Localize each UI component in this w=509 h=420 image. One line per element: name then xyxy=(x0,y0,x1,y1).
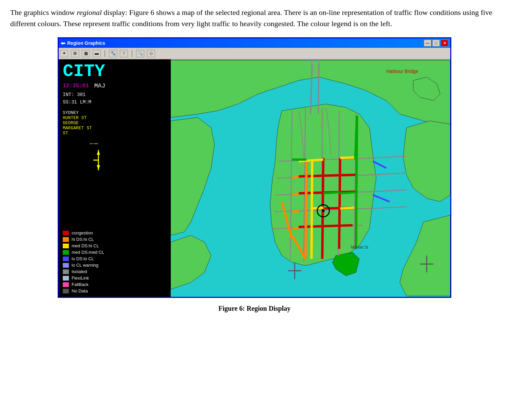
svg-line-27 xyxy=(299,175,358,176)
map-area: Harbour Bridge Market St xyxy=(171,59,450,297)
legend-color-congestion xyxy=(63,231,69,235)
legend-med-ds-hi-cl: med DS:hi CL xyxy=(63,243,167,248)
harbour-bridge-label: Harbour Bridge xyxy=(386,69,418,74)
sidebar: CITY 12:35:01 MAJ INT: 301 SS:31 LM:M SY… xyxy=(59,59,171,297)
legend-label-med-ds-med: med DS:med CL xyxy=(72,250,104,255)
description-text: The graphics window regional display: Fi… xyxy=(10,7,499,29)
legend-color-lo-ds xyxy=(63,256,69,261)
legend-color-med-ds-med xyxy=(63,250,69,255)
svg-line-40 xyxy=(340,208,354,208)
legend-med-ds-med-cl: med DS:med CL xyxy=(63,250,167,255)
time-value: 12:35:01 xyxy=(63,83,89,89)
legend-label-fallback: FallBack xyxy=(72,282,89,287)
street-4: ST xyxy=(63,131,167,136)
svg-line-33 xyxy=(292,193,299,195)
toolbar-separator-1 xyxy=(105,50,105,57)
svg-line-24 xyxy=(318,60,319,114)
location-name: SYDNEY xyxy=(63,110,167,115)
legend-no-data: No Data xyxy=(63,288,167,293)
content-area: CITY 12:35:01 MAJ INT: 301 SS:31 LM:M SY… xyxy=(59,59,450,297)
time-row: 12:35:01 MAJ xyxy=(63,82,167,89)
arrow-cross-icon xyxy=(93,150,103,170)
legend-isolated: Isolated xyxy=(63,269,167,274)
legend-fallback: FallBack xyxy=(63,282,167,287)
svg-line-26 xyxy=(339,158,340,249)
title-bar: ⬅ Region Graphics — □ ✕ xyxy=(59,38,450,48)
legend-area: congestion hi DS:hi CL med DS:hi CL med … xyxy=(63,224,167,293)
legend-label-hi-ds: hi DS:hi CL xyxy=(72,237,94,242)
legend-label-flexilink: FlexiLink xyxy=(72,275,89,281)
legend-hi-ds-hi-cl: hi DS:hi CL xyxy=(63,237,167,242)
legend-lo-cl-warning: lo CL warning xyxy=(63,263,167,268)
minimize-button[interactable]: — xyxy=(424,40,431,46)
legend-label-med-ds-hi: med DS:hi CL xyxy=(72,243,99,248)
region-graphics-window: ⬅ Region Graphics — □ ✕ ✦ ⊞ ▦ ▬ 🐾 ? 🔍 ◇ … xyxy=(58,37,451,298)
street-1: HUNTER ST xyxy=(63,115,167,120)
legend-label-lo-ds: lo DS:lo CL xyxy=(72,256,94,261)
legend-flexilink: FlexiLink xyxy=(63,275,167,281)
toolbar-icon-6[interactable]: ? xyxy=(120,50,128,57)
int-row: INT: 301 xyxy=(63,92,167,97)
window-title: Region Graphics xyxy=(67,40,105,46)
legend-congestion: congestion xyxy=(63,230,167,235)
legend-color-fallback xyxy=(63,282,69,287)
svg-line-35 xyxy=(292,228,299,229)
legend-label-isolated: Isolated xyxy=(72,269,87,274)
market-st-label: Market St xyxy=(351,245,369,250)
toolbar: ✦ ⊞ ▦ ▬ 🐾 ? 🔍 ◇ xyxy=(59,48,450,59)
window-controls: — □ ✕ xyxy=(424,40,448,46)
legend-color-flexilink xyxy=(63,276,69,281)
svg-marker-2 xyxy=(97,165,100,170)
svg-line-32 xyxy=(292,176,299,178)
legend-color-lo-cl xyxy=(63,263,69,268)
legend-color-isolated xyxy=(63,269,69,274)
city-label: CITY xyxy=(63,63,167,80)
toolbar-icon-5[interactable]: 🐾 xyxy=(109,50,117,57)
svg-line-46 xyxy=(355,116,357,159)
toolbar-separator-2 xyxy=(132,50,132,57)
svg-line-45 xyxy=(323,192,340,193)
arrow-left: ←— xyxy=(90,140,98,147)
toolbar-icon-2[interactable]: ⊞ xyxy=(71,50,79,57)
toolbar-icon-4[interactable]: ▬ xyxy=(93,50,101,57)
ss-row: SS:31 LM:M xyxy=(63,99,167,105)
location-block: SYDNEY HUNTER ST GEORGE MARGARET ST ST xyxy=(63,110,167,136)
svg-point-50 xyxy=(322,209,325,212)
svg-line-44 xyxy=(340,192,357,193)
toolbar-icon-1[interactable]: ✦ xyxy=(60,50,68,57)
svg-line-31 xyxy=(305,159,306,259)
svg-line-34 xyxy=(292,211,299,212)
legend-color-hi-ds xyxy=(63,237,69,242)
street-3: MARGARET ST xyxy=(63,126,167,131)
figure-caption: Figure 6: Region Display xyxy=(10,305,499,312)
close-button[interactable]: ✕ xyxy=(441,40,448,46)
mode-label: MAJ xyxy=(94,82,105,89)
legend-label-lo-cl: lo CL warning xyxy=(72,263,98,268)
street-2: GEORGE xyxy=(63,120,167,126)
toolbar-icon-3[interactable]: ▦ xyxy=(82,50,90,57)
map-svg: Harbour Bridge Market St xyxy=(171,59,450,297)
maximize-button[interactable]: □ xyxy=(432,40,440,46)
svg-marker-3 xyxy=(97,151,100,155)
arrow-indicator: ←— xyxy=(63,140,167,172)
legend-color-med-ds-hi xyxy=(63,244,69,248)
legend-label-no-data: No Data xyxy=(72,288,88,293)
toolbar-icon-7[interactable]: 🔍 xyxy=(136,50,144,57)
toolbar-icon-8[interactable]: ◇ xyxy=(147,50,155,57)
legend-lo-ds-lo-cl: lo DS:lo CL xyxy=(63,256,167,261)
legend-label-congestion: congestion xyxy=(72,230,93,235)
legend-color-no-data xyxy=(63,289,69,293)
